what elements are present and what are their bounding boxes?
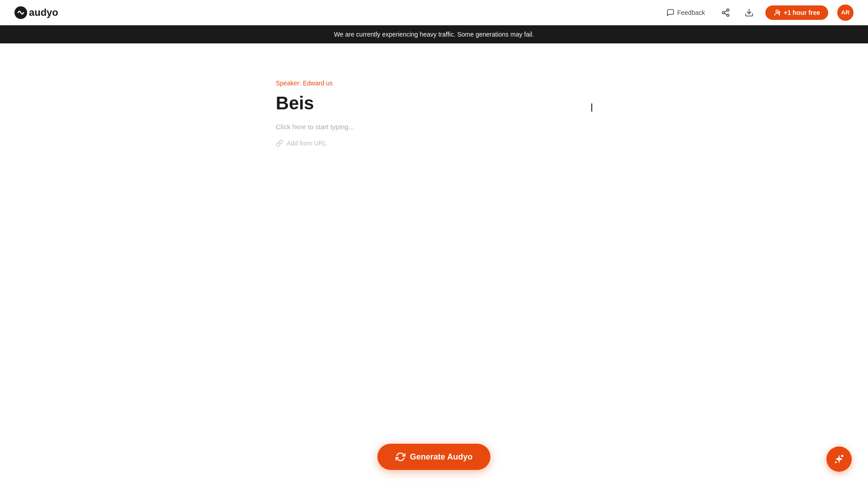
- svg-point-7: [776, 10, 778, 12]
- navbar-right: Feedback +1 ho: [662, 5, 854, 21]
- logo[interactable]: audyo: [14, 6, 58, 19]
- link-icon: [276, 140, 283, 147]
- svg-point-10: [842, 455, 843, 457]
- logo-text: audyo: [29, 7, 58, 19]
- share-icon: [721, 8, 730, 17]
- svg-line-4: [725, 13, 727, 14]
- text-cursor: [591, 103, 592, 112]
- generate-button[interactable]: Generate Audyo: [377, 444, 491, 470]
- content-placeholder[interactable]: Click here to start typing...: [276, 123, 592, 131]
- feedback-button[interactable]: Feedback: [662, 6, 709, 19]
- speaker-label[interactable]: Speaker: Edward us: [276, 80, 592, 87]
- title-input[interactable]: Beis: [276, 92, 591, 114]
- generate-refresh-icon: [396, 452, 406, 462]
- banner-message: We are currently experiencing heavy traf…: [334, 31, 534, 38]
- free-hour-button[interactable]: +1 hour free: [765, 5, 828, 20]
- feedback-label: Feedback: [677, 9, 705, 16]
- download-button[interactable]: [742, 5, 756, 20]
- free-hour-label: +1 hour free: [783, 9, 820, 16]
- avatar[interactable]: AR: [837, 5, 854, 21]
- main-content: Speaker: Edward us Beis Click here to st…: [0, 43, 868, 486]
- logo-icon: [14, 6, 27, 19]
- traffic-banner: We are currently experiencing heavy traf…: [0, 25, 868, 43]
- generate-button-container: Generate Audyo: [377, 444, 491, 470]
- user-plus-icon: [774, 9, 781, 16]
- svg-line-5: [725, 10, 727, 12]
- sparkle-icon: [834, 454, 844, 465]
- url-placeholder[interactable]: Add from URL: [287, 140, 327, 147]
- navbar-left: audyo: [14, 6, 58, 19]
- editor-container: Speaker: Edward us Beis Click here to st…: [276, 80, 592, 147]
- avatar-initials: AR: [841, 9, 850, 16]
- download-icon: [745, 8, 754, 17]
- feedback-icon: [666, 9, 675, 17]
- url-input-row: Add from URL: [276, 140, 592, 147]
- svg-point-11: [835, 462, 836, 463]
- fab-button[interactable]: [826, 446, 852, 472]
- generate-label: Generate Audyo: [410, 452, 472, 462]
- navbar: audyo Feedback: [0, 0, 868, 25]
- share-button[interactable]: [718, 5, 733, 20]
